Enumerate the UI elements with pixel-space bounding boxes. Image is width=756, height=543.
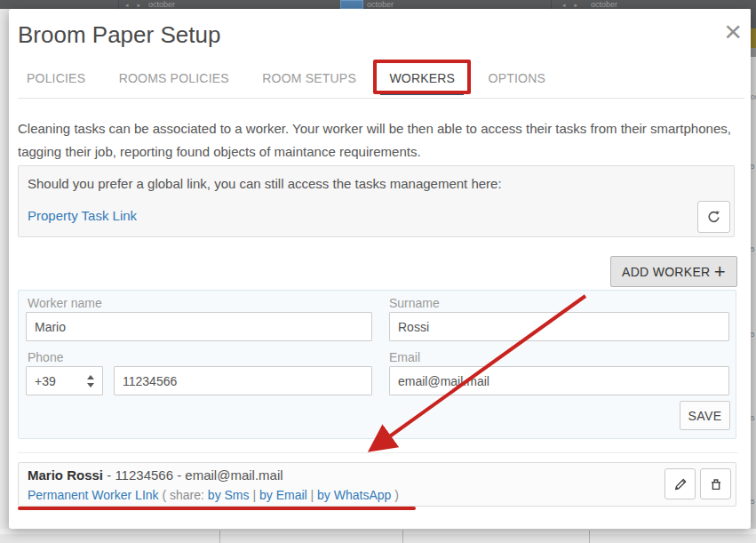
property-task-link[interactable]: Property Task Link: [28, 208, 137, 223]
background-right-strip: 00 5 5 5 5 5: [751, 9, 756, 543]
worker-email-text: email@mail.mail: [185, 467, 283, 483]
add-worker-button[interactable]: ADD WORKER +: [610, 256, 737, 287]
refresh-icon: [705, 209, 722, 226]
select-spinner-icon: [87, 374, 94, 388]
add-worker-label: ADD WORKER: [622, 265, 710, 279]
worker-name-text: Mario Rossi: [28, 467, 103, 483]
calendar-month-label: october: [148, 0, 175, 9]
broom-paper-setup-dialog: Broom Paper Setup × POLICIES ROOMS POLIC…: [9, 9, 751, 529]
phone-field[interactable]: [114, 366, 372, 395]
share-by-email-link[interactable]: by Email: [259, 488, 307, 502]
worker-summary: Mario Rossi - 11234566 - email@mail.mail: [28, 467, 283, 483]
phone-label: Phone: [28, 350, 63, 364]
global-link-text: Should you prefer a global link, you can…: [28, 176, 502, 191]
calendar-nav-arrows-icon: ◂ ▸: [562, 0, 581, 9]
tab-options[interactable]: OPTIONS: [480, 60, 554, 95]
worker-share-line: Permanent Worker LInk ( share: by Sms | …: [28, 488, 399, 502]
share-by-whatsapp-link[interactable]: by WhatsApp: [317, 488, 391, 502]
close-icon[interactable]: ×: [724, 16, 742, 46]
grid-divider: [219, 531, 220, 543]
pipe-separator: |: [250, 488, 259, 502]
phone-prefix-value: +39: [35, 374, 56, 388]
background-number-fragment: 5: [751, 414, 756, 422]
grid-divider: [589, 531, 590, 543]
tab-bar: POLICIES ROOMS POLICIES ROOM SETUPS WORK…: [18, 60, 744, 99]
email-field[interactable]: [389, 366, 729, 395]
refresh-link-button[interactable]: [697, 201, 730, 233]
edit-worker-button[interactable]: [664, 468, 696, 499]
background-fragment: [751, 28, 756, 48]
worker-name-label: Worker name: [28, 296, 102, 310]
background-number-fragment: 5: [751, 245, 756, 253]
section-divider: [18, 452, 738, 453]
background-number-fragment: 5: [751, 163, 756, 171]
share-by-sms-link[interactable]: by Sms: [208, 488, 250, 502]
tab-workers-label: WORKERS: [389, 71, 455, 85]
background-number-fragment: 00: [751, 93, 756, 101]
background-fragment: [751, 48, 756, 57]
header-divider: [118, 0, 119, 9]
red-underline-annotation: [18, 507, 416, 510]
calendar-nav-arrows-icon: ◂ ▸: [125, 0, 144, 9]
share-suffix: ): [391, 488, 399, 502]
worker-list-item: Mario Rossi - 11234566 - email@mail.mail…: [18, 462, 736, 507]
trash-icon: [708, 476, 724, 492]
separator: -: [103, 467, 115, 483]
dialog-title: Broom Paper Setup: [18, 21, 220, 49]
workers-description-text: Cleaning tasks can be associated to a wo…: [18, 117, 734, 164]
tab-workers[interactable]: WORKERS: [380, 60, 464, 95]
background-calendar-header: ◂ ▸ october october ◂ ▸ october: [0, 0, 756, 9]
phone-prefix-select[interactable]: +39: [26, 366, 103, 395]
tab-room-setups[interactable]: ROOM SETUPS: [253, 60, 365, 95]
pencil-icon: [672, 476, 688, 492]
background-number-fragment: 5: [751, 331, 756, 339]
background-fragment: [0, 529, 756, 534]
tab-policies[interactable]: POLICIES: [18, 60, 94, 95]
save-button[interactable]: SAVE: [680, 401, 730, 430]
worker-phone-text: 11234566: [115, 467, 173, 483]
header-divider: [551, 0, 552, 9]
worker-form-panel: Worker name Surname Phone +39 Email SAVE: [18, 290, 736, 439]
tab-rooms-policies[interactable]: ROOMS POLICIES: [110, 60, 238, 95]
worker-name-field[interactable]: [26, 312, 372, 341]
calendar-month-label: october: [367, 0, 394, 9]
delete-worker-button[interactable]: [700, 468, 731, 499]
global-link-panel: Should you prefer a global link, you can…: [18, 165, 735, 237]
permanent-worker-link[interactable]: Permanent Worker LInk: [28, 488, 159, 502]
background-calendar-grid: [0, 529, 756, 543]
plus-icon: +: [714, 263, 726, 281]
surname-field[interactable]: [389, 312, 729, 341]
separator: -: [173, 467, 185, 483]
background-number-fragment: 5: [751, 498, 756, 506]
calendar-today-badge: [340, 0, 363, 9]
calendar-month-label: october: [591, 0, 617, 9]
surname-label: Surname: [389, 296, 440, 310]
share-prefix: ( share:: [159, 488, 208, 502]
pipe-separator: |: [307, 488, 317, 502]
email-label: Email: [389, 350, 420, 364]
background-fragment: [751, 9, 756, 28]
grid-divider: [402, 531, 403, 543]
